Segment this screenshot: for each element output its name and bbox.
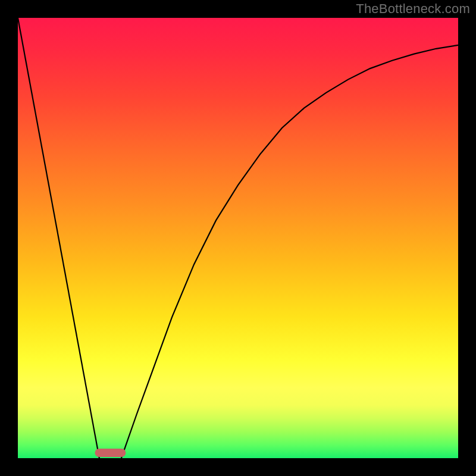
chart-frame: TheBottleneck.com xyxy=(0,0,476,476)
chart-svg xyxy=(18,18,458,458)
series-right-curve xyxy=(121,45,458,458)
watermark-text: TheBottleneck.com xyxy=(356,1,470,17)
plot-area xyxy=(18,18,458,458)
series-left-slope xyxy=(18,18,99,458)
optimal-marker xyxy=(95,449,126,457)
